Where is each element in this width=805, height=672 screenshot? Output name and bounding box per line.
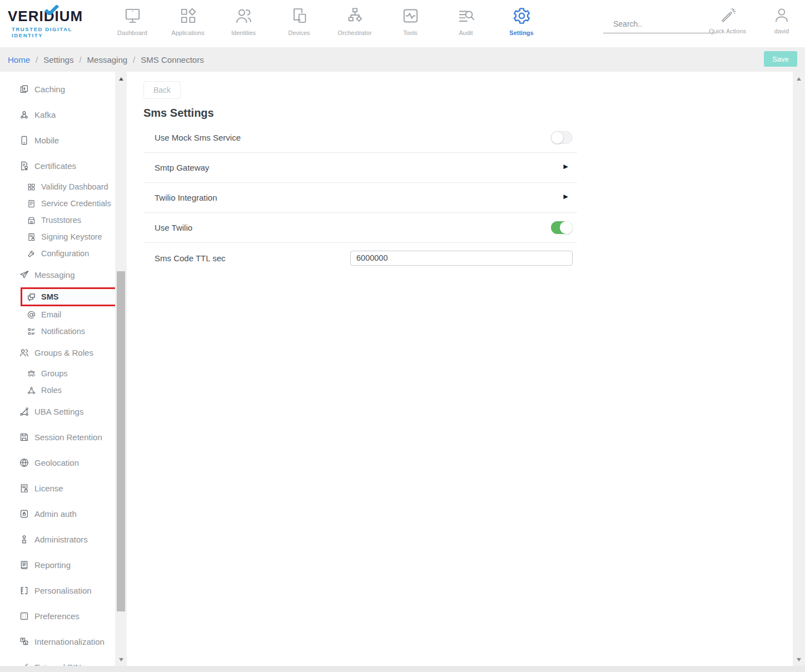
sidebar-item-caching[interactable]: Caching [8,76,115,102]
sidebar-item-configuration[interactable]: Configuration [8,245,115,262]
nav-item-settings[interactable]: Settings [494,6,549,36]
expand-arrow-icon[interactable] [564,161,568,171]
sidebar-item-label: Messaging [34,270,75,280]
breadcrumb-messaging[interactable]: Messaging [87,55,128,64]
sidebar-item-administrators[interactable]: Administrators [8,526,115,552]
sidebar-item-session-retention[interactable]: Session Retention [8,424,115,450]
sidebar-item-personalisation[interactable]: Personalisation [8,578,115,603]
sms-code-ttl-sec-input[interactable] [350,251,573,266]
nav-item-orchestrator[interactable]: Orchestrator [327,6,382,36]
use-twilio-toggle[interactable] [551,221,573,234]
triangle-down-icon [797,658,801,661]
primary-nav: DashboardApplicationsIdentitiesDevicesOr… [105,6,549,36]
nav-item-label: Applications [171,29,204,36]
sidebar-item-kafka[interactable]: Kafka [8,102,115,127]
settings-sidebar: CachingKafkaMobileCertificatesValidity D… [8,72,115,667]
save-button[interactable]: Save [764,51,797,67]
notif-icon [27,327,36,336]
user-icon [773,6,791,24]
mobile-icon [19,135,29,146]
username-label: david [774,28,789,34]
nav-item-applications[interactable]: Applications [160,6,216,36]
sidebar-item-preferences[interactable]: Preferences [8,603,115,629]
sidebar-item-internationalization[interactable]: Internationalization [8,629,115,654]
wrench-icon [27,249,36,258]
gear-icon [512,6,531,26]
sidebar-scrollbar[interactable] [115,72,127,667]
use-mock-sms-service-toggle[interactable] [551,131,573,144]
sidebar-scroll-down-button[interactable] [115,655,127,665]
roles-icon [27,386,36,395]
sidebar-item-label: Reporting [34,560,71,570]
setting-control [564,193,573,203]
top-nav: VERIDIUM TRUSTED DIGITAL IDENTITY Dashbo… [0,0,805,47]
page-title: Sms Settings [143,107,793,120]
nav-item-audit[interactable]: Audit [438,6,494,36]
sidebar-item-admin-auth[interactable]: Admin auth [8,501,115,526]
quick-actions-label: Quick Actions [709,28,746,34]
breadcrumb-current-page: SMS Connectors [141,55,203,64]
setting-label: Smtp Gateway [155,163,209,172]
search-input[interactable] [613,19,714,28]
sidebar-item-roles[interactable]: Roles [8,382,115,399]
sidebar-item-notifications[interactable]: Notifications [8,323,115,340]
nav-item-dashboard[interactable]: Dashboard [105,6,160,36]
breadcrumb-home[interactable]: Home [8,55,30,64]
copy-icon [19,84,29,94]
sidebar-item-label: SMS [41,292,58,301]
sidebar-item-sms[interactable]: SMS [21,287,115,306]
back-button[interactable]: Back [143,81,181,99]
sidebar-scroll-thumb[interactable] [117,271,125,611]
user-menu[interactable]: david [765,6,798,34]
sidebar-item-validity-dashboard[interactable]: Validity Dashboard [8,178,115,195]
doc-icon [27,199,36,208]
sidebar-item-messaging[interactable]: Messaging [8,262,115,287]
sidebar-item-certificates[interactable]: Certificates [8,153,115,178]
settings-rows: Use Mock Sms ServiceSmtp GatewayTwilio I… [143,123,577,273]
sidebar-item-label: Signing Keystore [41,232,102,241]
preferences-icon [19,611,29,621]
sidebar-item-service-credentials[interactable]: Service Credentials [8,195,115,212]
logo-wordmark: VERIDIUM [8,8,102,25]
sidebar-item-label: Groups & Roles [34,348,93,357]
nav-item-devices[interactable]: Devices [271,6,327,36]
sidebar-item-external-pin[interactable]: External PIN [8,654,115,667]
sidebar-item-label: Configuration [41,249,89,258]
toggle-knob-icon [551,131,564,144]
veridium-logo[interactable]: VERIDIUM TRUSTED DIGITAL IDENTITY [8,8,102,38]
breadcrumb-separator: / [36,55,38,64]
quick-actions-button[interactable]: Quick Actions [709,6,746,34]
cert-icon [19,161,29,171]
window-scroll-down-button[interactable] [793,655,805,665]
sidebar-item-uba-settings[interactable]: UBA Settings [8,399,115,424]
expand-arrow-icon[interactable] [564,191,568,201]
setting-control [564,163,573,173]
sidebar-item-label: Truststores [41,216,81,225]
window-scrollbar[interactable] [793,72,805,667]
triangle-up-icon [797,77,801,81]
grid4-icon [27,182,36,192]
nav-item-identities[interactable]: Identities [216,6,271,36]
sidebar-item-geolocation[interactable]: Geolocation [8,450,115,475]
sidebar-item-groups-roles[interactable]: Groups & Roles [8,340,115,365]
page-bottom-strip [0,666,805,672]
nav-item-tools[interactable]: Tools [382,6,438,36]
window-scroll-up-button[interactable] [793,74,805,84]
sidebar-item-signing-keystore[interactable]: Signing Keystore [8,228,115,245]
header-right-tools: Quick Actions david [709,6,798,34]
sidebar-item-email[interactable]: Email [8,306,115,323]
brand-tagline: TRUSTED DIGITAL IDENTITY [12,26,102,38]
sidebar-item-mobile[interactable]: Mobile [8,127,115,153]
sidebar-item-label: Service Credentials [41,199,111,208]
sidebar-item-reporting[interactable]: Reporting [8,552,115,578]
setting-control [551,131,573,144]
sidebar-item-label: Mobile [34,136,59,145]
sidebar-item-license[interactable]: License [8,475,115,501]
sidebar-item-groups[interactable]: Groups [8,365,115,382]
nav-item-label: Audit [459,29,473,36]
triangle-down-icon [119,658,123,661]
breadcrumb-settings[interactable]: Settings [43,55,73,64]
nav-item-label: Identities [231,29,256,36]
sidebar-item-truststores[interactable]: Truststores [8,212,115,228]
sidebar-scroll-up-button[interactable] [115,74,127,84]
